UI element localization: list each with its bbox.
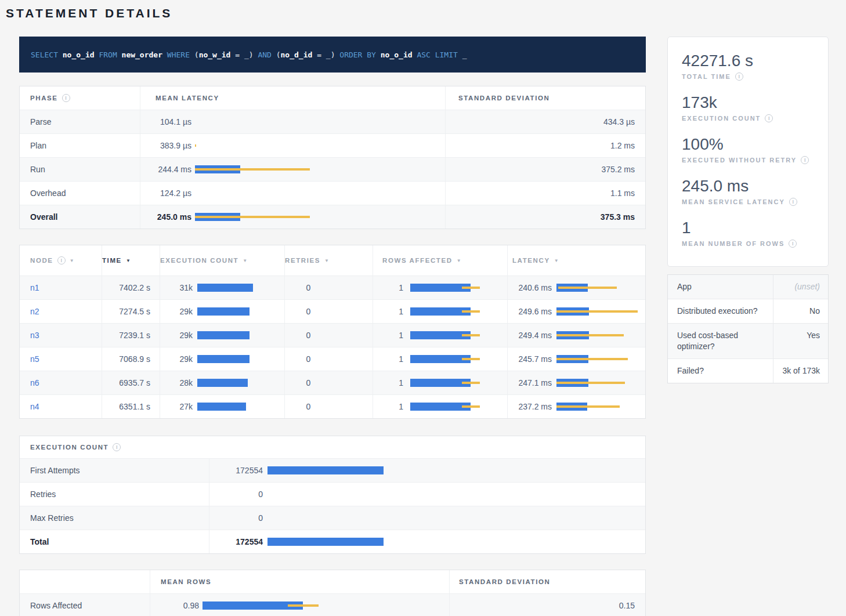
- phase-label: Plan: [20, 134, 140, 157]
- rows-affected-header-label: ROWS AFFECTED: [382, 257, 453, 264]
- node-retries: 0: [285, 300, 373, 323]
- execution-count: 172554: [209, 459, 646, 482]
- node-time: 6935.7 s: [102, 371, 160, 394]
- phase-mean-latency-value: 124.2 µs: [146, 189, 191, 198]
- summary-stat: 100%EXECUTED WITHOUT RETRYi: [682, 135, 814, 164]
- node-execution-count-bar-group: 29k: [160, 331, 284, 340]
- node-rows-affected-bar-group: 1: [373, 378, 507, 387]
- info-icon[interactable]: i: [765, 114, 773, 122]
- node-retries: 0: [285, 395, 373, 418]
- latency-column-header[interactable]: LATENCY ▼: [508, 245, 646, 276]
- retries-column-header[interactable]: RETRIES ▼: [285, 245, 373, 276]
- node-execution-count-bar-track: [197, 355, 253, 363]
- phase-std-dev: 434.3 µs: [446, 110, 646, 133]
- execution-count-label: Max Retries: [20, 506, 209, 530]
- sort-arrow-icon[interactable]: ▼: [457, 258, 461, 263]
- sql-keyword: ORDER BY: [339, 50, 380, 59]
- mean-bar: [267, 466, 384, 474]
- rows-affected-column-header[interactable]: ROWS AFFECTED ▼: [373, 245, 508, 276]
- node-latency-value: 245.7 ms: [514, 354, 552, 364]
- node-latency: 240.6 ms: [508, 276, 646, 299]
- node-rows-affected-value: 1: [379, 354, 403, 364]
- execution-count: 172554: [209, 530, 646, 553]
- phase-column-header: PHASE i: [20, 86, 140, 110]
- sql-keyword: AND: [258, 50, 271, 59]
- phase-label: Run: [20, 158, 140, 181]
- node-execution-count-bar-group: 29k: [160, 354, 284, 364]
- node-cell: n3: [20, 324, 102, 347]
- node-link[interactable]: n5: [30, 354, 39, 364]
- phase-mean-latency: 244.4 ms: [140, 158, 446, 181]
- phase-std-dev: 1.1 ms: [446, 182, 646, 205]
- node-execution-count-bar-group: 28k: [160, 378, 284, 387]
- execution-count-bar-group: 0: [209, 513, 646, 523]
- time-column-header[interactable]: TIME ▼: [102, 245, 160, 276]
- info-icon[interactable]: i: [789, 240, 797, 248]
- sort-arrow-icon[interactable]: ▼: [126, 258, 131, 263]
- statement-info-table: App(unset)Distributed execution?NoUsed c…: [667, 274, 829, 383]
- info-icon[interactable]: i: [801, 156, 809, 164]
- stat-label: EXECUTION COUNTi: [682, 114, 814, 122]
- node-cell: n1: [20, 276, 102, 299]
- stddev-line: [195, 144, 196, 147]
- info-icon[interactable]: i: [57, 256, 66, 264]
- execution-count: 0: [209, 483, 646, 506]
- node-rows-affected-bar-group: 1: [373, 307, 507, 316]
- page-layout: SELECT no_o_id FROM new_order WHERE (no_…: [19, 37, 846, 616]
- execution-count-column-header[interactable]: EXECUTION COUNT ▼: [160, 245, 285, 276]
- node-link[interactable]: n4: [30, 402, 39, 411]
- node-execution-count-value: 29k: [166, 354, 193, 364]
- summary-stat: 1MEAN NUMBER OF ROWSi: [682, 219, 814, 248]
- sql-keyword: FROM: [95, 50, 122, 59]
- node-latency-value: 249.6 ms: [514, 307, 552, 316]
- stat-value: 173k: [682, 93, 814, 112]
- node-column-header[interactable]: NODE i ▼: [20, 245, 102, 276]
- info-value: Yes: [773, 324, 829, 358]
- info-icon[interactable]: i: [789, 198, 797, 206]
- node-latency: 247.1 ms: [508, 371, 646, 394]
- phase-mean-latency-bar-track: [195, 142, 310, 150]
- node-latency-value: 237.2 ms: [514, 402, 552, 411]
- stddev-line: [462, 382, 480, 384]
- rows-affected-table-header: MEAN ROWS STANDARD DEVIATION: [20, 570, 645, 593]
- node-link[interactable]: n6: [30, 378, 39, 387]
- summary-stat: 245.0 msMEAN SERVICE LATENCYi: [682, 177, 814, 206]
- sort-arrow-icon[interactable]: ▼: [243, 258, 247, 263]
- phase-std-dev: 1.2 ms: [446, 134, 646, 157]
- mean-rows-bar-track: [203, 601, 319, 610]
- blank-column-header: [20, 570, 150, 593]
- node-rows-affected-value: 1: [379, 307, 403, 316]
- phase-mean-latency-bar-track: [195, 189, 310, 197]
- sort-arrow-icon[interactable]: ▼: [70, 258, 74, 263]
- info-icon[interactable]: i: [735, 73, 743, 81]
- node-link[interactable]: n1: [30, 283, 39, 292]
- sort-arrow-icon[interactable]: ▼: [554, 258, 559, 263]
- stat-label-text: MEAN SERVICE LATENCY: [682, 198, 785, 205]
- execution-count-bar-track: [267, 538, 384, 546]
- stddev-line: [556, 310, 638, 313]
- sort-arrow-icon[interactable]: ▼: [324, 258, 329, 263]
- phase-mean-latency-bar-track: [195, 165, 310, 173]
- node-execution-count: 29k: [160, 347, 285, 371]
- mean-rows-header-label: MEAN ROWS: [161, 578, 211, 585]
- phase-row: Overhead124.2 µs1.1 ms: [20, 181, 645, 205]
- phase-mean-latency-bar-track: [195, 213, 310, 221]
- node-rows-affected-bar-group: 1: [373, 402, 507, 411]
- execution-count-bar-track: [267, 490, 384, 498]
- node-execution-count-value: 28k: [166, 378, 193, 387]
- sql-identifier: no_w_id: [199, 50, 231, 59]
- phase-std-dev: 375.2 ms: [446, 158, 646, 181]
- node-latency: 249.6 ms: [508, 300, 646, 323]
- node-link[interactable]: n3: [30, 331, 39, 340]
- node-execution-count-bar-group: 29k: [160, 307, 284, 316]
- sql-keyword: ASC LIMIT: [413, 50, 462, 59]
- node-rows-affected-value: 1: [379, 331, 403, 340]
- node-latency-bar-track: [556, 355, 638, 363]
- execution-count-row: Retries0: [20, 482, 645, 506]
- phase-table-header: PHASE i MEAN LATENCY STANDARD DEVIATION: [20, 86, 645, 110]
- node-rows-affected-bar-group: 1: [373, 354, 507, 364]
- phase-mean-latency-bar-group: 245.0 ms: [140, 212, 445, 222]
- node-link[interactable]: n2: [30, 307, 39, 316]
- info-icon[interactable]: i: [62, 94, 70, 102]
- info-icon[interactable]: i: [113, 443, 121, 451]
